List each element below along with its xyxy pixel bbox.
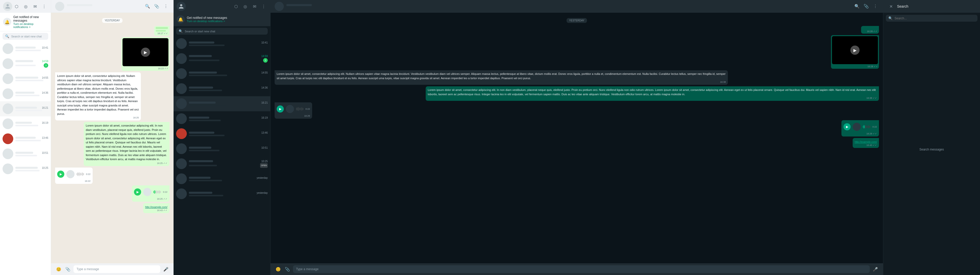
chat-content: 10:41 <box>189 41 268 46</box>
newchat-icon-btn-dark[interactable]: ✉ <box>251 3 258 10</box>
chat-item[interactable]: 10:41 <box>0 41 51 56</box>
chat-time: 10:25 <box>261 160 268 163</box>
msg-row-in-text-dark: Lorem ipsum dolor sit amet, consectetur … <box>275 70 879 85</box>
audio-avatar-dark <box>286 105 294 113</box>
close-search-btn[interactable]: ✕ <box>887 3 894 10</box>
chat-list-light: 10:41 14:59 3 <box>0 41 51 275</box>
chat-content: 16:21 <box>15 106 48 111</box>
my-avatar-dark[interactable] <box>177 2 186 11</box>
search-panel-title: Search <box>897 4 908 8</box>
search-input-panel[interactable] <box>894 17 975 20</box>
msg-row-audio-out-dark: ▶ 0:22 16:29 ✓✓ <box>275 120 879 136</box>
mic-btn-dark[interactable]: 🎤 <box>872 266 879 273</box>
menu-icon-btn[interactable]: ⋮ <box>41 3 48 10</box>
audio-play-btn[interactable]: ▶ <box>57 171 64 178</box>
chat-item[interactable]: 10:25 <box>0 161 51 177</box>
chat-preview <box>15 155 37 156</box>
my-avatar-light[interactable] <box>3 2 12 11</box>
search-chat-btn-dark[interactable]: 🔍 <box>853 3 861 10</box>
bubble-audio-in: ▶ 0:22 16:22 <box>55 168 93 184</box>
chat-content: 14:55 <box>15 76 48 81</box>
chat-item[interactable]: yesterday <box>173 186 270 201</box>
more-btn[interactable]: ⋮ <box>162 3 169 10</box>
video-play-icon[interactable]: ▶ <box>141 47 150 57</box>
bubble-time-video: 16:23 ✓✓ <box>123 67 169 70</box>
bubble-link-dark: http://example.com/ 16:43 ✓✓ <box>853 138 879 148</box>
audio-play-btn-out[interactable]: ▶ <box>134 188 141 196</box>
chat-item[interactable]: 10:51 <box>0 146 51 161</box>
chat-header-icons-dark: 🔍 📎 ⋮ <box>853 3 879 10</box>
chat-top: 14:55 <box>15 76 48 80</box>
bubble-out-dark: 16:28 ✓✓ <box>861 26 879 33</box>
bubble-audio-out-dark: ▶ 0:22 16:29 ✓✓ <box>842 120 879 136</box>
search-input-panel-wrap[interactable]: 🔍 <box>886 15 977 22</box>
attach-file-btn-dark[interactable]: 📎 <box>284 266 291 273</box>
chat-item[interactable]: 14:36 <box>0 86 51 101</box>
message-input-light[interactable] <box>73 266 160 273</box>
msg-row-out-text-dark: Lorem ipsum dolor sit amet, consectetur … <box>275 86 879 101</box>
chat-header-name <box>67 4 92 6</box>
chat-item[interactable]: 14:55 <box>173 66 270 81</box>
chat-time: 16:19 <box>42 122 48 124</box>
chat-content: 10:41 <box>15 46 48 51</box>
search-chat-btn[interactable]: 🔍 <box>144 3 151 10</box>
audio-bubble-out-dark: ▶ 0:22 <box>843 122 877 132</box>
chat-content: 14:55 <box>189 71 268 76</box>
notif-text-light: Get notified of new messages Turn on des… <box>13 15 48 28</box>
chat-preview <box>189 44 224 46</box>
video-play-icon-dark[interactable]: ▶ <box>850 46 859 55</box>
status-icon-btn-dark[interactable]: ◎ <box>242 3 249 10</box>
chat-name-bar <box>189 87 213 89</box>
chat-content: 16:21 <box>189 101 268 106</box>
chat-item[interactable]: 14:36 <box>173 81 270 96</box>
chat-item[interactable]: 16:21 <box>0 101 51 116</box>
notif-subtitle-light[interactable]: Turn on desktop notifications > <box>13 22 48 28</box>
chat-item[interactable]: 14:59 3 <box>0 56 51 71</box>
chat-name-bar <box>15 60 33 62</box>
emoji-btn-dark[interactable]: 😊 <box>275 266 282 273</box>
chat-time: yesterday <box>257 191 268 194</box>
menu-icon-btn-dark[interactable]: ⋮ <box>260 3 267 10</box>
chat-top: 16:19 <box>15 122 48 125</box>
bubble-in-text-dark: Lorem ipsum dolor sit amet, consectetur … <box>275 70 728 85</box>
chat-content: 16:19 <box>189 116 268 121</box>
link-preview[interactable]: http://example.com/ <box>145 206 167 209</box>
chat-time: 14:36 <box>42 92 48 94</box>
chat-item[interactable]: 16:21 <box>173 96 270 111</box>
status-icon-btn[interactable]: ◎ <box>22 3 29 10</box>
chat-item[interactable]: 16:19 <box>0 116 51 131</box>
more-btn-dark[interactable]: ⋮ <box>872 3 879 10</box>
message-input-dark[interactable] <box>293 266 870 273</box>
chat-time: 14:36 <box>261 86 268 89</box>
newchat-icon-btn[interactable]: ✉ <box>32 3 38 10</box>
bubble-time-audio: 16:22 <box>57 180 91 182</box>
communities-icon-btn-dark[interactable]: ⬡ <box>232 3 240 10</box>
attach-file-btn[interactable]: 📎 <box>64 266 72 273</box>
chat-item[interactable]: 14:55 <box>0 71 51 86</box>
chat-item[interactable]: 13:46 <box>0 131 51 146</box>
search-wrap-light[interactable]: 🔍 Search or start new chat <box>3 33 48 40</box>
notif-subtitle-dark[interactable]: Turn on desktop notifications > <box>187 20 227 23</box>
search-wrap-dark[interactable]: 🔍 Search or start new chat <box>176 28 268 35</box>
chat-time: 13:46 <box>261 131 268 134</box>
mic-btn[interactable]: 🎤 <box>162 266 169 273</box>
unread-badge: 3 <box>44 63 48 68</box>
audio-play-btn-out-dark[interactable]: ▶ <box>843 123 851 130</box>
chat-item[interactable]: 16:19 <box>173 111 270 126</box>
chat-item[interactable]: 10:25 OPEN <box>173 156 270 171</box>
date-label: YESTERDAY <box>102 18 123 23</box>
waveform-dark <box>296 106 304 112</box>
chat-item[interactable]: 10:51 <box>173 141 270 156</box>
chat-item[interactable]: yesterday <box>173 171 270 186</box>
chat-item[interactable]: 14:59 3 <box>173 51 270 66</box>
chat-preview <box>189 74 227 76</box>
chat-preview <box>189 120 221 121</box>
audio-play-btn-dark[interactable]: ▶ <box>277 106 284 112</box>
chat-item[interactable]: 13:46 <box>173 126 270 141</box>
attach-btn-dark[interactable]: 📎 <box>862 3 870 10</box>
communities-icon-btn[interactable]: ⬡ <box>13 3 20 10</box>
chat-item[interactable]: 10:41 <box>173 36 270 51</box>
link-preview-dark[interactable]: http://example.com/ <box>855 141 877 143</box>
emoji-btn[interactable]: 😊 <box>55 266 62 273</box>
attach-btn[interactable]: 📎 <box>153 3 160 10</box>
